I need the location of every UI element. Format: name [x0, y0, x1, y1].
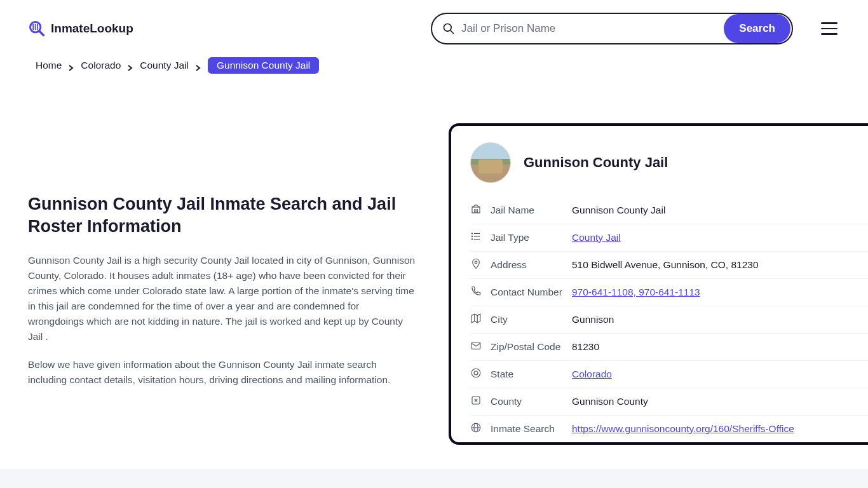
- info-row: Zip/Postal Code81230: [470, 334, 868, 361]
- row-label: Inmate Search: [491, 423, 572, 435]
- svg-line-1: [39, 31, 44, 36]
- page-title: Gunnison County Jail Inmate Search and J…: [28, 193, 416, 238]
- logo-text: InmateLookup: [51, 22, 133, 36]
- svg-point-21: [471, 369, 480, 377]
- svg-rect-20: [471, 342, 480, 349]
- content-column: Gunnison County Jail Inmate Search and J…: [28, 117, 416, 445]
- jail-avatar: [470, 142, 511, 183]
- building-icon: [470, 203, 491, 217]
- breadcrumb-home[interactable]: Home: [36, 60, 62, 71]
- card-header: Gunnison County Jail: [470, 142, 868, 183]
- row-label: Address: [491, 259, 572, 271]
- circle-icon: [470, 367, 491, 381]
- info-row: CityGunnison: [470, 306, 868, 334]
- info-row: Jail NameGunnison County Jail: [470, 197, 868, 224]
- search-input[interactable]: [461, 22, 724, 35]
- breadcrumb: Home Colorado County Jail Gunnison Count…: [0, 57, 868, 79]
- pin-icon: [470, 258, 491, 272]
- svg-point-15: [471, 236, 473, 237]
- breadcrumb-active: Gunnison County Jail: [208, 57, 319, 74]
- phone-icon: [470, 285, 491, 299]
- row-value[interactable]: Colorado: [572, 369, 612, 380]
- search-icon: [442, 22, 455, 35]
- info-row: Inmate Searchhttps://www.gunnisoncounty.…: [470, 416, 868, 442]
- card-title: Gunnison County Jail: [524, 154, 668, 171]
- chevron-right-icon: [68, 62, 74, 69]
- info-row: CountyGunnison County: [470, 388, 868, 416]
- row-label: Jail Name: [491, 205, 572, 216]
- svg-point-16: [471, 239, 473, 240]
- header: InmateLookup Search: [0, 0, 868, 57]
- row-value: 510 Bidwell Avenue, Gunnison, CO, 81230: [572, 259, 759, 271]
- logo-icon: [28, 20, 46, 37]
- breadcrumb-colorado[interactable]: Colorado: [81, 60, 121, 71]
- row-value: 81230: [572, 341, 599, 353]
- info-row: Address510 Bidwell Avenue, Gunnison, CO,…: [470, 252, 868, 279]
- row-label: Jail Type: [491, 232, 572, 243]
- info-row: Contact Number970-641-1108, 970-641-1113: [470, 279, 868, 306]
- svg-point-17: [475, 261, 477, 264]
- row-label: County: [491, 396, 572, 407]
- info-row: StateColorado: [470, 361, 868, 388]
- row-label: State: [491, 369, 572, 380]
- paragraph-1: Gunnison County Jail is a high security …: [28, 253, 416, 344]
- footer-strip: [0, 469, 868, 488]
- chevron-right-icon: [127, 62, 133, 69]
- row-value[interactable]: 970-641-1108, 970-641-1113: [572, 287, 700, 298]
- row-value: Gunnison County: [572, 396, 648, 407]
- breadcrumb-county-jail[interactable]: County Jail: [140, 60, 189, 71]
- square-icon: [470, 395, 491, 409]
- row-label: Contact Number: [491, 287, 572, 298]
- chevron-right-icon: [195, 62, 201, 69]
- search-bar: Search: [431, 13, 793, 44]
- mail-icon: [470, 340, 491, 354]
- search-button[interactable]: Search: [724, 14, 790, 43]
- info-column: Gunnison County Jail Jail NameGunnison C…: [416, 117, 868, 445]
- header-right: Search: [431, 13, 840, 44]
- row-value[interactable]: County Jail: [572, 232, 621, 243]
- row-label: Zip/Postal Code: [491, 341, 572, 353]
- paragraph-2: Below we have given information about th…: [28, 357, 416, 388]
- map-icon: [470, 313, 491, 327]
- row-label: City: [491, 314, 572, 325]
- svg-point-22: [474, 371, 478, 375]
- svg-line-6: [451, 30, 454, 34]
- logo[interactable]: InmateLookup: [28, 20, 133, 37]
- list-icon: [470, 231, 491, 245]
- row-value: Gunnison County Jail: [572, 205, 665, 216]
- main: Gunnison County Jail Inmate Search and J…: [0, 79, 868, 445]
- jail-info-card: Gunnison County Jail Jail NameGunnison C…: [449, 123, 868, 445]
- menu-button[interactable]: [818, 20, 840, 37]
- svg-point-14: [471, 233, 473, 234]
- info-row: Jail TypeCounty Jail: [470, 224, 868, 252]
- globe-icon: [470, 422, 491, 436]
- row-value: Gunnison: [572, 314, 614, 325]
- row-value[interactable]: https://www.gunnisoncounty.org/160/Sheri…: [572, 423, 794, 435]
